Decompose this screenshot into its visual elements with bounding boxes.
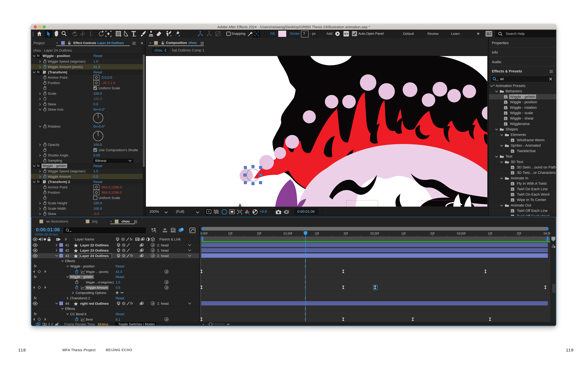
svg-text:fx: fx	[505, 107, 507, 109]
svg-text:fx: fx	[511, 199, 514, 202]
svg-text:fx: fx	[511, 139, 514, 142]
svg-text:fx: fx	[511, 183, 514, 185]
svg-text:fx: fx	[505, 123, 507, 126]
svg-text:fx: fx	[505, 101, 507, 104]
svg-text:fx: fx	[511, 188, 514, 191]
svg-text:fx: fx	[505, 112, 507, 115]
svg-text:fx: fx	[511, 215, 514, 216]
svg-text:fx: fx	[505, 96, 507, 99]
svg-text:fx: fx	[511, 172, 514, 175]
svg-text:fx: fx	[511, 210, 514, 212]
svg-text:fx: fx	[511, 166, 514, 169]
svg-text:fx: fx	[511, 193, 514, 196]
svg-text:fx: fx	[505, 117, 507, 120]
svg-text:fx: fx	[511, 150, 514, 153]
